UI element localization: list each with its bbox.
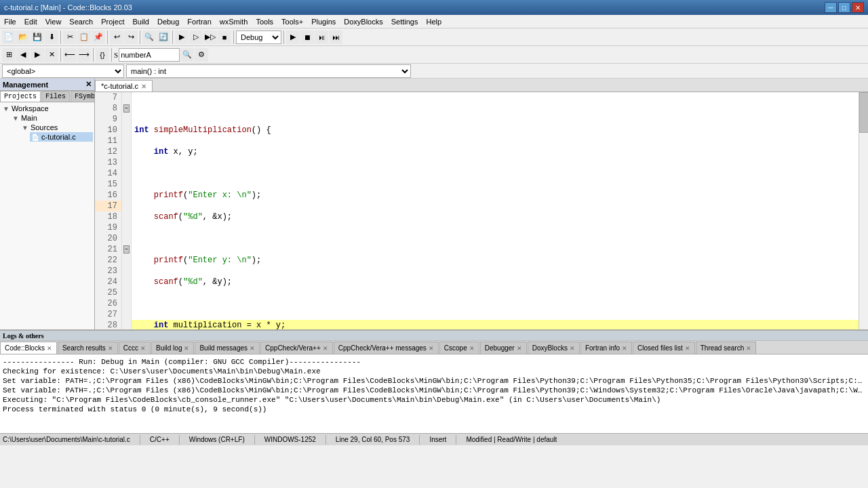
- menu-bar: FileEditViewSearchProjectBuildDebugFortr…: [0, 15, 868, 28]
- prev-bookmark[interactable]: ◀: [16, 48, 30, 62]
- bookmark-toggle[interactable]: ⊞: [2, 48, 16, 62]
- cut-button[interactable]: ✂: [63, 30, 77, 44]
- menu-item-project[interactable]: Project: [97, 16, 128, 27]
- build-run-button[interactable]: ▶▷: [203, 30, 217, 44]
- redo-button[interactable]: ↪: [124, 30, 138, 44]
- next-bookmark[interactable]: ▶: [31, 48, 44, 62]
- logs-resize-handle[interactable]: Logs & others: [0, 330, 868, 341]
- build-target-select[interactable]: Debug Release: [236, 30, 281, 44]
- minimize-button[interactable]: ─: [825, 2, 837, 13]
- log-tab-threadsearch[interactable]: Thread search ✕: [696, 342, 756, 354]
- tree-file-ctutorial[interactable]: 📄 c-tutorial.c: [30, 132, 93, 142]
- clear-bookmarks[interactable]: ✕: [45, 48, 58, 62]
- gutter-8[interactable]: −: [122, 103, 131, 114]
- build-button[interactable]: ▶: [175, 30, 189, 44]
- sidebar-tab-files[interactable]: Files: [41, 91, 70, 102]
- log-tab-cscope-close[interactable]: ✕: [469, 345, 475, 352]
- toolbar-main: 📄 📂 💾 ⬇ ✂ 📋 📌 ↩ ↪ 🔍 🔄 ▶ ▷ ▶▷ ■ Debug Rel…: [0, 28, 868, 46]
- log-tab-doxyblocks-close[interactable]: ✕: [570, 345, 575, 352]
- sidebar-close-button[interactable]: ✕: [85, 80, 92, 89]
- tree-main[interactable]: ▼ Main: [11, 113, 93, 123]
- function-select[interactable]: main() : int: [126, 64, 411, 78]
- jump-back[interactable]: ⟵: [63, 48, 77, 62]
- open-button[interactable]: 📂: [16, 30, 30, 44]
- debug-next-button[interactable]: ⏭: [329, 30, 342, 44]
- undo-button[interactable]: ↩: [110, 30, 123, 44]
- menu-item-doxyblocks[interactable]: DoxyBlocks: [340, 16, 387, 27]
- sidebar-header: Management ✕: [0, 79, 94, 91]
- log-tab-buildlog[interactable]: Build log ✕: [151, 342, 194, 354]
- menu-item-settings[interactable]: Settings: [387, 16, 422, 27]
- close-button[interactable]: ✕: [852, 2, 864, 13]
- save-all-button[interactable]: ⬇: [45, 30, 58, 44]
- log-tab-search[interactable]: Search results ✕: [58, 342, 118, 354]
- log-tab-debugger-close[interactable]: ✕: [517, 345, 522, 352]
- replace-button[interactable]: 🔄: [157, 30, 170, 44]
- sidebar-tab-projects[interactable]: Projects: [0, 91, 41, 102]
- debug-stop-button[interactable]: ⏹: [300, 30, 314, 44]
- menu-item-plugins[interactable]: Plugins: [307, 16, 340, 27]
- run-button[interactable]: ▷: [189, 30, 203, 44]
- fold-21[interactable]: −: [123, 245, 130, 253]
- code-content[interactable]: int simpleMultiplication() { int x, y; p…: [132, 92, 859, 329]
- menu-item-search[interactable]: Search: [65, 16, 97, 27]
- menu-item-edit[interactable]: Edit: [20, 16, 41, 27]
- log-tab-cccc-close[interactable]: ✕: [140, 345, 146, 352]
- context-toolbar: <global> main() : int: [0, 64, 868, 79]
- menu-item-debug[interactable]: Debug: [153, 16, 183, 27]
- menu-item-tools+[interactable]: Tools+: [277, 16, 307, 27]
- code-line-9: int x, y;: [132, 146, 859, 157]
- menu-item-view[interactable]: View: [41, 16, 66, 27]
- log-tab-closedfiles-close[interactable]: ✕: [685, 345, 690, 352]
- log-tab-cppcheck-msg-close[interactable]: ✕: [429, 345, 434, 352]
- log-tab-doxyblocks[interactable]: DoxyBlocks ✕: [528, 342, 580, 354]
- fold-8[interactable]: −: [123, 104, 130, 113]
- log-tab-buildlog-close[interactable]: ✕: [184, 345, 189, 352]
- tree-workspace[interactable]: ▼ Workspace: [1, 104, 93, 113]
- log-tab-debugger[interactable]: Debugger ✕: [480, 342, 527, 354]
- search-settings-button[interactable]: ⚙: [195, 48, 208, 62]
- menu-item-fortran[interactable]: Fortran: [183, 16, 215, 27]
- menu-item-help[interactable]: Help: [422, 16, 446, 27]
- log-tab-codeblocks-close[interactable]: ✕: [47, 345, 52, 352]
- log-tab-closedfiles[interactable]: Closed files list ✕: [633, 342, 695, 354]
- match-brace[interactable]: {}: [96, 48, 109, 62]
- log-tab-cppcheck-msg[interactable]: CppCheck/Vera++ messages ✕: [334, 342, 439, 354]
- log-tab-fortran-close[interactable]: ✕: [622, 345, 627, 352]
- log-tab-buildmsg[interactable]: Build messages ✕: [195, 342, 260, 354]
- code-editor[interactable]: 7 8 9 10 11 12 13 14 15 16 17 18 19 20 2…: [95, 92, 868, 329]
- gutter-21[interactable]: −: [122, 244, 131, 255]
- log-tab-cppcheck[interactable]: CppCheck/Vera++ ✕: [260, 342, 333, 354]
- tab-close-button[interactable]: ✕: [141, 83, 146, 90]
- tree-sources[interactable]: ▼ Sources: [20, 123, 93, 132]
- vscroll-thumb[interactable]: [859, 92, 868, 133]
- editor-tab-ctutorial[interactable]: *c-tutorial.c ✕: [95, 80, 153, 92]
- menu-item-tools[interactable]: Tools: [252, 16, 277, 27]
- find-button[interactable]: 🔍: [142, 30, 156, 44]
- log-tab-fortran[interactable]: Fortran info ✕: [580, 342, 632, 354]
- maximize-button[interactable]: □: [838, 2, 850, 13]
- log-tab-codeblocks[interactable]: Code::Blocks ✕: [0, 342, 57, 354]
- menu-item-build[interactable]: Build: [128, 16, 153, 27]
- log-tab-search-close[interactable]: ✕: [108, 345, 113, 352]
- jump-fwd[interactable]: ⟶: [77, 48, 91, 62]
- copy-button[interactable]: 📋: [77, 30, 91, 44]
- menu-item-wxsmith[interactable]: wxSmith: [216, 16, 252, 27]
- vscroll[interactable]: [859, 92, 868, 329]
- log-tab-cscope[interactable]: Cscope ✕: [439, 342, 479, 354]
- search-input[interactable]: [119, 48, 180, 62]
- log-tab-cppcheck-close[interactable]: ✕: [323, 345, 328, 352]
- log-tab-threadsearch-close[interactable]: ✕: [746, 345, 751, 352]
- menu-item-file[interactable]: File: [0, 16, 20, 27]
- global-select[interactable]: <global>: [2, 64, 124, 78]
- save-button[interactable]: 💾: [31, 30, 44, 44]
- debug-start-button[interactable]: ▶: [286, 30, 300, 44]
- debug-step-button[interactable]: ⏯: [315, 30, 328, 44]
- new-button[interactable]: 📄: [2, 30, 16, 44]
- stop-button[interactable]: ■: [218, 30, 231, 44]
- search-go-button[interactable]: 🔍: [180, 48, 194, 62]
- sidebar-tab-fsymbols[interactable]: FSymbols: [71, 91, 95, 102]
- paste-button[interactable]: 📌: [92, 30, 105, 44]
- log-tab-cccc[interactable]: Cccc ✕: [119, 342, 151, 354]
- log-tab-buildmsg-close[interactable]: ✕: [250, 345, 255, 352]
